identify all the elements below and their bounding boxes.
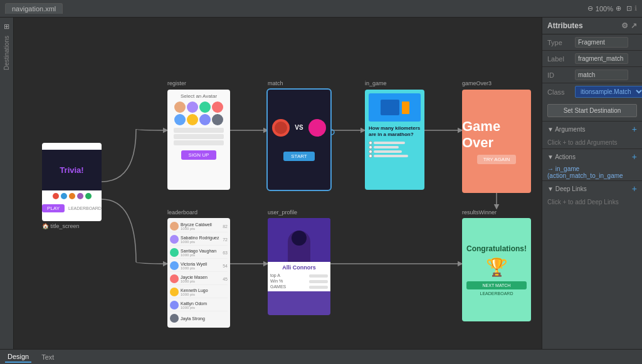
canvas-area[interactable]: Trivia! PLAY LEADERBOARD 🏠 title_screen … [14, 18, 542, 349]
class-select[interactable]: itionsample.Match [575, 86, 642, 98]
zoom-in-icon[interactable]: ⊕ [616, 4, 621, 13]
id-input[interactable] [575, 70, 628, 80]
label-match: match [268, 80, 283, 86]
destinations-icon: ⊞ [4, 23, 9, 31]
file-tab[interactable]: navigation.xml [5, 3, 63, 14]
label-in-game: in_game [365, 80, 387, 86]
node-leaderboard[interactable]: Brycze Caldwell1000 pts 82 Sabatino Rodr… [167, 218, 230, 328]
label-user-profile: user_profile [268, 209, 297, 216]
class-row: Class itionsample.Match [542, 83, 642, 100]
actions-section-header[interactable]: ▼ Actions + [542, 148, 642, 164]
settings-icon[interactable]: ⚙ [621, 21, 628, 30]
zoom-controls: ⊖ 100% ⊕ ⊡ ℹ [587, 4, 637, 13]
arguments-hint: Click + to add Arguments [542, 137, 642, 148]
attributes-header: Attributes ⚙ ↗ [542, 18, 642, 34]
tab-design[interactable]: Design [5, 351, 31, 363]
zoom-fit-icon[interactable]: ⊡ [626, 4, 632, 13]
type-label: Type [547, 39, 572, 46]
zoom-out-icon[interactable]: ⊖ [587, 4, 593, 13]
bottom-bar: Design Text [0, 349, 642, 364]
left-sidebar: ⊞ Destinations [0, 18, 14, 349]
label-register: register [167, 80, 186, 86]
set-start-destination-button[interactable]: Set Start Destination [547, 104, 637, 117]
node-title-screen[interactable]: Trivia! PLAY LEADERBOARD [42, 143, 102, 221]
type-input[interactable] [575, 37, 628, 48]
tab-text[interactable]: Text [39, 352, 56, 362]
action-item[interactable]: → in_game (action_match_to_in_game [542, 164, 642, 180]
node-results-winner[interactable]: Congratulations! 🏆 NEXT MATCH LEADERBOAR… [462, 218, 531, 321]
node-in-game[interactable]: How many kilometers are in a marathon? [365, 90, 424, 190]
node-register[interactable]: Select an Avatar SIGN UP [167, 90, 230, 190]
label-label: Label [547, 55, 572, 63]
add-deep-link-button[interactable]: + [632, 184, 637, 194]
zoom-info-icon: ℹ [634, 4, 637, 13]
node-game-over[interactable]: Game Over TRY AGAIN [462, 90, 531, 193]
top-bar: navigation.xml ⊖ 100% ⊕ ⊡ ℹ [0, 0, 642, 18]
label-title-screen: 🏠 title_screen [42, 223, 80, 229]
sidebar-destinations-label: Destinations [3, 36, 10, 70]
id-row: ID [542, 67, 642, 83]
main-layout: ⊞ Destinations [0, 18, 642, 349]
label-row: Label [542, 51, 642, 67]
class-label: Class [547, 88, 572, 96]
arguments-section-header[interactable]: ▼ Arguments + [542, 121, 642, 137]
help-icon[interactable]: ↗ [631, 21, 637, 30]
right-panel: Attributes ⚙ ↗ Type Label ID Class ition… [542, 18, 642, 349]
add-argument-button[interactable]: + [632, 124, 637, 134]
label-input[interactable] [575, 53, 628, 64]
node-user-profile[interactable]: Alli Connors top A Win % GAMES [268, 218, 330, 315]
label-game-over: gameOver3 [462, 80, 492, 86]
type-row: Type [542, 34, 642, 51]
add-action-button[interactable]: + [632, 152, 637, 162]
deep-links-hint: Click + to add Deep Links [542, 196, 642, 208]
node-match[interactable]: VS START [268, 90, 330, 190]
id-label: ID [547, 71, 572, 79]
zoom-level: 100% [596, 5, 613, 13]
label-leaderboard: leaderboard [167, 209, 197, 216]
deep-links-section-header[interactable]: ▼ Deep Links + [542, 180, 642, 196]
label-results-winner: resultsWinner [462, 209, 497, 216]
